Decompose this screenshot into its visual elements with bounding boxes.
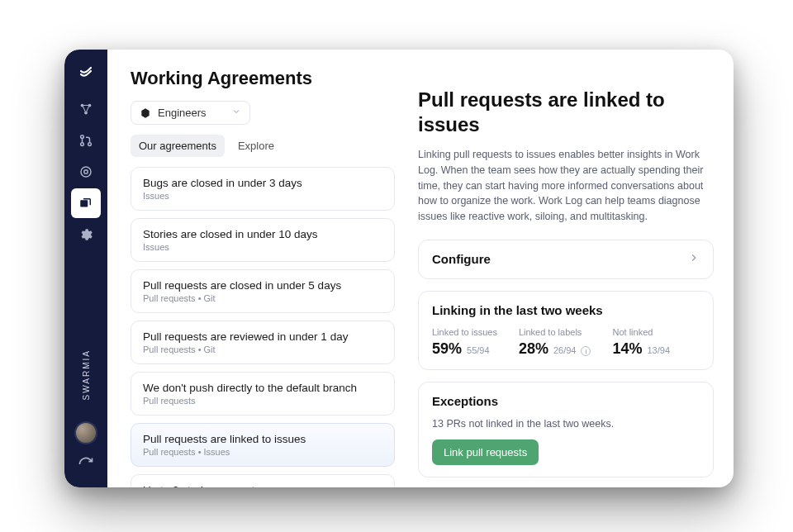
stat-value: 28%	[519, 340, 548, 358]
svg-point-2	[84, 112, 88, 115]
agreement-sub: Pull requests • Issues	[143, 447, 382, 457]
stat-label: Linked to issues	[432, 327, 497, 337]
svg-point-5	[88, 143, 92, 146]
svg-point-7	[84, 170, 88, 174]
tab-our-agreements[interactable]: Our agreements	[131, 135, 225, 157]
stat-label: Linked to labels	[519, 327, 582, 337]
configure-label: Configure	[432, 252, 491, 266]
exceptions-header: Exceptions	[432, 394, 700, 408]
stat-fraction: 26/94	[553, 345, 577, 355]
left-column: Working Agreements Engineers Our agreeme…	[131, 68, 395, 487]
svg-point-3	[81, 135, 84, 139]
tabs: Our agreements Explore	[131, 135, 395, 157]
agreement-title: Pull requests are closed in under 5 days	[143, 279, 382, 292]
refresh-icon[interactable]	[78, 456, 94, 476]
agreement-card[interactable]: Bugs are closed in under 3 days Issues	[131, 167, 395, 211]
link-pull-requests-button[interactable]: Link pull requests	[432, 439, 539, 465]
stat-label: Not linked	[612, 327, 670, 337]
nav-agreements-icon[interactable]	[71, 188, 101, 218]
nav-pull-request-icon[interactable]	[71, 126, 101, 155]
stat-fraction: 55/94	[467, 345, 490, 355]
hexagon-icon	[140, 107, 151, 119]
stat-value: 14%	[612, 340, 642, 358]
detail-description: Linking pull requests to issues enables …	[418, 147, 714, 225]
agreement-sub: Issues	[143, 242, 382, 252]
agreement-title: Stories are closed in under 10 days	[143, 228, 382, 240]
stat-fraction: 13/94	[647, 345, 670, 355]
configure-panel[interactable]: Configure	[418, 240, 714, 279]
logo-icon	[76, 61, 96, 81]
agreement-title: Bugs are closed in under 3 days	[143, 177, 382, 189]
avatar[interactable]	[74, 421, 97, 444]
page-title: Working Agreements	[131, 68, 395, 89]
svg-point-4	[81, 143, 84, 146]
linking-stats: Linked to issues 59% 55/94 Linked to lab…	[432, 327, 700, 358]
tab-explore[interactable]: Explore	[230, 135, 283, 157]
detail-title: Pull requests are linked to issues	[418, 88, 714, 137]
agreement-sub: Pull requests	[143, 396, 382, 406]
agreement-card[interactable]: Pull requests are closed in under 5 days…	[131, 269, 395, 313]
linking-header: Linking in the last two weeks	[432, 303, 700, 317]
chevron-down-icon	[231, 107, 241, 119]
agreement-card[interactable]: Stories are closed in under 10 days Issu…	[131, 218, 395, 262]
svg-point-6	[81, 167, 91, 177]
agreement-title: Up to 2 stories open at once	[143, 484, 382, 487]
exceptions-panel: Exceptions 13 PRs not linked in the last…	[418, 382, 714, 477]
nav-settings-icon[interactable]	[71, 220, 101, 249]
sidebar: SWARMIA	[64, 50, 107, 487]
info-icon[interactable]: i	[581, 346, 591, 356]
linking-panel: Linking in the last two weeks Linked to …	[418, 291, 714, 370]
content: Working Agreements Engineers Our agreeme…	[107, 50, 734, 487]
agreement-card-selected[interactable]: Pull requests are linked to issues Pull …	[131, 423, 395, 467]
stat-value: 59%	[432, 340, 462, 358]
team-selector-label: Engineers	[158, 107, 207, 119]
stat-linked-issues: Linked to issues 59% 55/94	[432, 327, 497, 358]
agreement-list: Bugs are closed in under 3 days Issues S…	[131, 167, 395, 487]
nav-target-icon[interactable]	[71, 157, 101, 187]
agreement-sub: Pull requests • Git	[143, 293, 382, 303]
exceptions-text: 13 PRs not linked in the last two weeks.	[432, 418, 700, 430]
agreement-sub: Issues	[143, 191, 382, 201]
agreement-title: Pull requests are reviewed in under 1 da…	[143, 330, 382, 343]
agreement-title: We don't push directly to the default br…	[143, 382, 382, 394]
team-selector[interactable]: Engineers	[131, 101, 250, 125]
app-window: SWARMIA Working Agreements Engineers Our…	[64, 50, 734, 487]
agreement-card[interactable]: We don't push directly to the default br…	[131, 372, 395, 416]
right-column: Pull requests are linked to issues Linki…	[418, 68, 714, 487]
agreement-title: Pull requests are linked to issues	[143, 433, 382, 445]
agreement-card[interactable]: Pull requests are reviewed in under 1 da…	[131, 321, 395, 364]
nav-network-icon[interactable]	[71, 94, 101, 124]
brand-label: SWARMIA	[82, 349, 91, 400]
agreement-card[interactable]: Up to 2 stories open at once Focus • Iss…	[131, 474, 395, 487]
stat-linked-labels: Linked to labels 28% 26/94 i	[519, 327, 591, 358]
stat-not-linked: Not linked 14% 13/94	[612, 327, 670, 358]
agreement-sub: Pull requests • Git	[143, 344, 382, 354]
chevron-right-icon	[688, 252, 700, 267]
